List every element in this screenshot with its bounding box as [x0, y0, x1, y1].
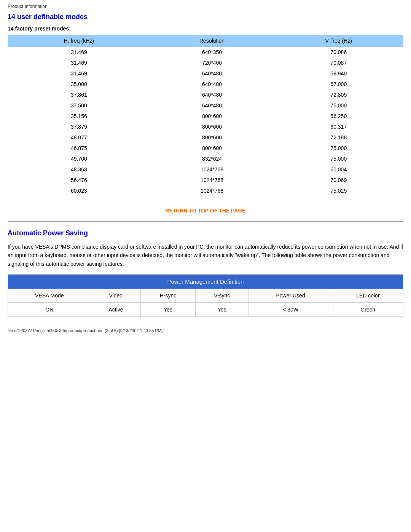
power-description: If you have VESA's DPMS compliance displ… — [8, 243, 403, 268]
col-vsync: V-sync — [195, 289, 249, 303]
preset-table-row-0: 31.469640*35070.086 — [8, 47, 403, 58]
preset-table-row-3: 35.000640*48067.000 — [8, 79, 403, 89]
preset-table-row-13: 60.0231024*76875.029 — [8, 185, 403, 196]
preset-table-row-5: 37.500640*48075.000 — [8, 100, 403, 111]
preset-table-header-row: H. freq (kHz) Resolution V. freq (Hz) — [8, 35, 403, 47]
subsection-title: 14 factory preset modes: — [8, 26, 403, 32]
preset-cell-4-0: 37.861 — [8, 89, 150, 100]
breadcrumb: Product Information — [8, 4, 403, 9]
preset-cell-2-1: 640*480 — [150, 68, 274, 79]
preset-cell-1-2: 70.087 — [274, 58, 403, 68]
preset-cell-2-2: 59.940 — [274, 68, 403, 79]
preset-table-row-11: 48.3631024*76860.004 — [8, 164, 403, 175]
preset-cell-12-2: 70.069 — [274, 175, 403, 185]
return-to-top-link[interactable]: RETURN TO TOP OF THE PAGE — [165, 208, 245, 214]
preset-cell-6-2: 56.250 — [274, 111, 403, 121]
preset-cell-3-2: 67.000 — [274, 79, 403, 89]
col-power-used: Power Used — [249, 289, 333, 303]
preset-table-row-4: 37.861640*48072.809 — [8, 89, 403, 100]
cell-power-used-0: < 30W — [249, 303, 333, 317]
preset-cell-0-1: 640*350 — [150, 47, 274, 58]
footer: file:///D|/03771/english/150s3fh/product… — [8, 328, 403, 333]
col-hsync: H-sync — [141, 289, 196, 303]
preset-table-row-9: 46.875800*60075.000 — [8, 143, 403, 153]
preset-cell-7-2: 60.317 — [274, 121, 403, 132]
preset-cell-11-1: 1024*768 — [150, 164, 274, 175]
preset-cell-0-2: 70.086 — [274, 47, 403, 58]
col-header-vfreq: V. freq (Hz) — [274, 35, 403, 47]
power-table-header-row: Power Management Definition — [8, 275, 403, 289]
preset-table: H. freq (kHz) Resolution V. freq (Hz) 31… — [8, 35, 403, 196]
col-video: Video — [91, 289, 141, 303]
preset-table-row-7: 37.879800*60060.317 — [8, 121, 403, 132]
preset-cell-5-0: 37.500 — [8, 100, 150, 111]
preset-cell-5-2: 75.000 — [274, 100, 403, 111]
preset-cell-10-0: 49.700 — [8, 153, 150, 164]
preset-table-row-8: 48.077800*60072.188 — [8, 132, 403, 143]
preset-cell-12-0: 56.476 — [8, 175, 150, 185]
preset-cell-13-2: 75.029 — [274, 185, 403, 196]
preset-cell-4-2: 72.809 — [274, 89, 403, 100]
preset-cell-11-0: 48.363 — [8, 164, 150, 175]
preset-cell-6-1: 800*600 — [150, 111, 274, 121]
preset-cell-9-2: 75.000 — [274, 143, 403, 153]
preset-cell-1-0: 31.469 — [8, 58, 150, 68]
preset-table-row-1: 31.469720*40070.087 — [8, 58, 403, 68]
power-table-main-header: Power Management Definition — [8, 275, 403, 289]
power-table-data-row-0: ON Active Yes Yes < 30W Green — [8, 303, 403, 317]
cell-hsync-0: Yes — [141, 303, 196, 317]
col-header-resolution: Resolution — [150, 35, 274, 47]
preset-table-row-2: 31.469640*48059.940 — [8, 68, 403, 79]
preset-cell-1-1: 720*400 — [150, 58, 274, 68]
section2-title: Automatic Power Saving — [8, 229, 403, 237]
preset-cell-13-1: 1024*768 — [150, 185, 274, 196]
power-table: Power Management Definition VESA Mode Vi… — [8, 275, 403, 316]
cell-vsync-0: Yes — [195, 303, 249, 317]
power-table-wrapper: Power Management Definition VESA Mode Vi… — [8, 274, 403, 317]
preset-cell-8-2: 72.188 — [274, 132, 403, 143]
preset-table-row-6: 35.156800*60056.250 — [8, 111, 403, 121]
preset-cell-8-0: 48.077 — [8, 132, 150, 143]
col-led-color: LED color — [333, 289, 403, 303]
preset-cell-6-0: 35.156 — [8, 111, 150, 121]
preset-cell-7-1: 800*600 — [150, 121, 274, 132]
section-divider — [8, 221, 403, 222]
preset-cell-7-0: 37.879 — [8, 121, 150, 132]
preset-cell-2-0: 31.469 — [8, 68, 150, 79]
preset-cell-9-0: 46.875 — [8, 143, 150, 153]
cell-led-color-0: Green — [333, 303, 403, 317]
preset-cell-9-1: 800*600 — [150, 143, 274, 153]
preset-cell-5-1: 640*480 — [150, 100, 274, 111]
preset-cell-4-1: 640*480 — [150, 89, 274, 100]
col-header-hfreq: H. freq (kHz) — [8, 35, 150, 47]
preset-table-row-12: 56.4761024*76870.069 — [8, 175, 403, 185]
preset-cell-11-2: 60.004 — [274, 164, 403, 175]
cell-vesa-mode-0: ON — [8, 303, 91, 317]
preset-cell-13-0: 60.023 — [8, 185, 150, 196]
col-vesa-mode: VESA Mode — [8, 289, 91, 303]
return-link-container: RETURN TO TOP OF THE PAGE — [8, 208, 403, 214]
preset-cell-3-1: 640*480 — [150, 79, 274, 89]
preset-cell-3-0: 35.000 — [8, 79, 150, 89]
cell-video-0: Active — [91, 303, 141, 317]
preset-cell-0-0: 31.469 — [8, 47, 150, 58]
preset-cell-10-2: 75.000 — [274, 153, 403, 164]
preset-table-row-10: 49.700832*62475.000 — [8, 153, 403, 164]
preset-cell-8-1: 800*600 — [150, 132, 274, 143]
power-table-col-headers: VESA Mode Video H-sync V-sync Power Used… — [8, 289, 403, 303]
section1-title: 14 user definable modes — [8, 13, 403, 21]
preset-cell-12-1: 1024*768 — [150, 175, 274, 185]
preset-cell-10-1: 832*624 — [150, 153, 274, 164]
